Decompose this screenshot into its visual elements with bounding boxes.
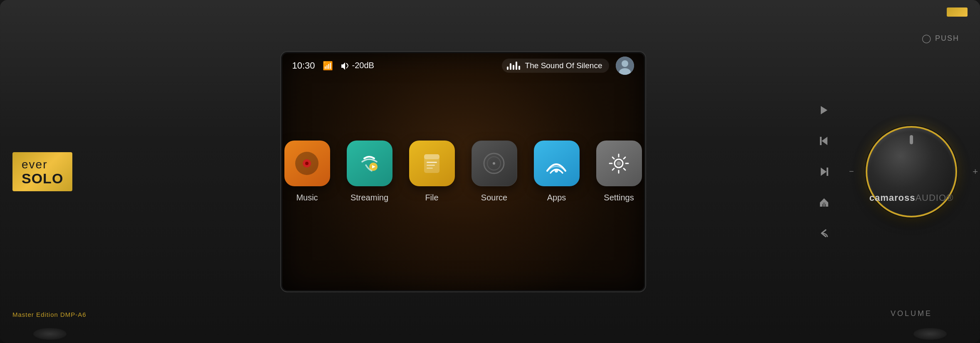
wifi-icon: 📶 (323, 61, 333, 71)
app-item-streaming[interactable]: Streaming (347, 141, 392, 202)
time-display: 10:30 (292, 60, 315, 71)
music-svg (294, 150, 321, 177)
play-button[interactable] (815, 101, 834, 120)
svg-marker-29 (822, 137, 827, 145)
svg-point-5 (305, 162, 309, 165)
left-panel: ever SOLO Master Edition DMP-A6 (0, 0, 121, 343)
svg-line-24 (624, 168, 625, 170)
app-icon-music (284, 141, 330, 186)
svg-rect-33 (823, 202, 825, 207)
app-icon-streaming (347, 141, 392, 186)
right-controls (805, 0, 843, 343)
device-body: ever SOLO Master Edition DMP-A6 10:30 📶 … (0, 0, 980, 343)
power-icon: ◯ (922, 33, 931, 43)
volume-display: -20dB (341, 61, 374, 70)
push-label-area: ◯ PUSH (922, 33, 959, 43)
app-label-streaming: Streaming (351, 193, 388, 202)
app-icon-source (471, 141, 517, 186)
bar5 (518, 66, 520, 70)
status-right: The Sound Of Silence (502, 57, 634, 75)
foot-left (33, 328, 67, 340)
model-label: Master Edition DMP-A6 (12, 311, 86, 318)
app-item-source[interactable]: Source (471, 141, 517, 202)
bar2 (510, 63, 511, 70)
next-button[interactable] (815, 162, 834, 181)
app-label-music: Music (296, 193, 318, 202)
knob-brand: camarossAUDIO® (869, 192, 954, 203)
status-bar: 10:30 📶 -20dB (282, 53, 644, 78)
volume-text: -20dB (352, 61, 374, 70)
push-text: PUSH (935, 34, 959, 43)
svg-point-1 (622, 60, 628, 67)
volume-plus[interactable]: + (973, 166, 978, 177)
svg-rect-10 (427, 162, 437, 163)
svg-rect-30 (820, 137, 822, 145)
settings-svg (605, 150, 632, 177)
foot-right (913, 328, 947, 340)
app-item-file[interactable]: File (409, 141, 455, 202)
svg-line-26 (612, 168, 614, 170)
volume-knob[interactable]: camarossAUDIO® (866, 126, 957, 217)
prev-button[interactable] (815, 131, 834, 151)
knob-wrapper: − camarossAUDIO® + (866, 126, 957, 217)
logo-ever: ever (22, 158, 47, 171)
bar3 (513, 65, 514, 70)
speaker-icon (341, 62, 350, 70)
svg-point-17 (555, 169, 558, 173)
app-item-settings[interactable]: Settings (596, 141, 642, 202)
screen[interactable]: 10:30 📶 -20dB (282, 53, 644, 290)
apps-svg (543, 150, 570, 177)
app-icon-settings (596, 141, 642, 186)
avatar[interactable] (616, 57, 634, 75)
home-button[interactable] (815, 193, 834, 212)
svg-rect-11 (427, 165, 435, 166)
svg-marker-28 (821, 106, 827, 114)
app-label-settings: Settings (604, 193, 634, 202)
svg-line-25 (624, 157, 625, 159)
app-label-apps: Apps (547, 193, 566, 202)
svg-rect-12 (427, 168, 433, 169)
volume-minus[interactable]: − (849, 167, 854, 176)
app-icon-apps (534, 141, 580, 186)
app-item-apps[interactable]: Apps (534, 141, 580, 202)
screen-container: 10:30 📶 -20dB (121, 45, 805, 299)
svg-point-27 (617, 161, 621, 165)
svg-point-16 (493, 162, 495, 165)
status-left: 10:30 📶 -20dB (292, 60, 374, 71)
now-playing-title: The Sound Of Silence (525, 61, 602, 70)
app-grid: Music Streaming (282, 86, 644, 257)
svg-line-23 (612, 157, 614, 159)
file-svg (418, 150, 445, 177)
sound-bars (507, 62, 520, 70)
back-button[interactable] (815, 224, 834, 243)
streaming-svg (356, 150, 383, 177)
source-svg (481, 150, 508, 177)
volume-label: VOLUME (891, 309, 932, 318)
app-label-file: File (425, 193, 438, 202)
knob-panel: ◯ PUSH − camarossAUDIO® + VOLUME (843, 0, 980, 343)
knob-brand-suffix: AUDIO® (915, 192, 953, 203)
app-item-music[interactable]: Music (284, 141, 330, 202)
logo-solo: SOLO (22, 171, 63, 185)
bar4 (516, 62, 517, 70)
app-icon-file (409, 141, 455, 186)
svg-rect-32 (827, 168, 828, 176)
svg-marker-31 (821, 168, 827, 176)
app-label-source: Source (481, 193, 507, 202)
logo-badge: ever SOLO (12, 152, 72, 191)
bar1 (507, 67, 509, 70)
now-playing-bar[interactable]: The Sound Of Silence (502, 59, 609, 73)
svg-rect-9 (424, 154, 439, 159)
